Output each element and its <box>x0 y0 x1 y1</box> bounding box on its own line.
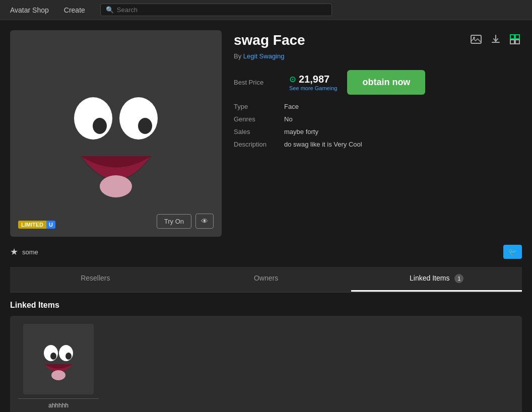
svg-point-3 <box>138 118 152 134</box>
product-details: swag Face <box>234 30 522 237</box>
by-label: By <box>234 52 241 60</box>
product-header-row: swag Face <box>234 32 522 50</box>
svg-point-14 <box>65 353 72 360</box>
eye-icon: 👁 <box>201 217 208 225</box>
linked-section: Linked Items <box>10 293 522 412</box>
genres-value: No <box>284 115 293 123</box>
svg-rect-7 <box>510 35 514 39</box>
search-icon: 🔍 <box>106 6 114 14</box>
star-row: ★ some <box>10 246 38 257</box>
linked-face-illustration <box>33 334 84 384</box>
limited-badge: LIMITED U <box>18 221 55 229</box>
best-price-label: Best Price <box>234 79 279 86</box>
svg-point-15 <box>51 370 65 380</box>
linked-item-separator <box>18 398 99 399</box>
see-more-link[interactable]: See more Gameing <box>289 85 337 91</box>
download-icon <box>491 34 501 44</box>
tryon-button[interactable]: Try On <box>157 214 191 229</box>
linked-items-badge: 1 <box>454 274 463 283</box>
linked-section-title: Linked Items <box>10 301 522 310</box>
product-image-panel: LIMITED U Try On 👁 <box>10 30 222 237</box>
list-item[interactable]: ahhhhh <box>18 324 99 409</box>
sales-label: Sales <box>234 128 284 135</box>
limited-label: LIMITED <box>18 221 46 229</box>
description-row: Description do swag like it is Very Cool <box>234 141 522 148</box>
genres-row: Genres No <box>234 115 522 123</box>
tab-linked-items[interactable]: Linked Items 1 <box>351 267 522 292</box>
type-value: Face <box>284 103 299 110</box>
svg-rect-9 <box>510 40 514 44</box>
tab-resellers-label: Resellers <box>81 274 110 282</box>
svg-rect-8 <box>515 35 519 39</box>
obtain-button[interactable]: obtain now <box>347 70 425 95</box>
robux-icon: ⊙ <box>289 75 296 84</box>
image-icon <box>471 35 482 44</box>
svg-point-0 <box>74 97 112 140</box>
tryon-buttons: Try On 👁 <box>157 214 214 229</box>
grid-icon-button[interactable] <box>508 32 522 49</box>
tab-owners[interactable]: Owners <box>181 267 352 292</box>
svg-point-1 <box>93 118 107 134</box>
svg-point-2 <box>119 97 158 140</box>
svg-point-12 <box>50 353 56 360</box>
description-label: Description <box>234 141 284 148</box>
topnav: Avatar Shop Create 🔍 <box>0 0 532 20</box>
detail-icons <box>469 32 522 49</box>
sales-value: maybe forty <box>284 128 318 135</box>
linked-item-name: ahhhhh <box>48 402 69 409</box>
nav-avatar-shop[interactable]: Avatar Shop <box>10 6 49 14</box>
price-block: ⊙ 21,987 See more Gameing <box>289 74 337 91</box>
nav-create[interactable]: Create <box>64 6 85 14</box>
image-icon-button[interactable] <box>469 33 484 48</box>
product-section: LIMITED U Try On 👁 swag Face <box>10 30 522 237</box>
linked-items-grid: ahhhhh <box>10 316 522 412</box>
star-icon: ★ <box>10 246 18 257</box>
face-illustration <box>40 58 191 209</box>
creator-link[interactable]: Legit Swaging <box>243 52 285 60</box>
limited-u-label: U <box>46 221 55 229</box>
grid-icon <box>510 34 520 44</box>
search-wrapper: 🔍 <box>100 4 332 16</box>
product-by: By Legit Swaging <box>234 52 522 60</box>
svg-point-13 <box>59 345 73 361</box>
svg-rect-10 <box>515 40 519 44</box>
type-row: Type Face <box>234 103 522 110</box>
tab-linked-items-label: Linked Items <box>410 274 449 282</box>
price-value: ⊙ 21,987 <box>289 74 337 85</box>
sales-row: Sales maybe forty <box>234 128 522 135</box>
main-content: LIMITED U Try On 👁 swag Face <box>0 20 532 412</box>
type-label: Type <box>234 103 284 110</box>
preview-button[interactable]: 👁 <box>195 214 214 229</box>
tab-resellers[interactable]: Resellers <box>10 267 181 292</box>
download-icon-button[interactable] <box>489 32 503 49</box>
star-label: some <box>22 248 38 256</box>
svg-point-4 <box>100 175 132 197</box>
genres-label: Genres <box>234 115 284 123</box>
description-value: do swag like it is Very Cool <box>284 141 362 148</box>
tabs-bar: Resellers Owners Linked Items 1 <box>10 267 522 293</box>
twitter-icon: 🐦 <box>508 248 517 256</box>
price-number: 21,987 <box>299 74 329 85</box>
search-input[interactable] <box>117 6 326 14</box>
price-section: Best Price ⊙ 21,987 See more Gameing obt… <box>234 70 522 95</box>
linked-item-image <box>23 324 94 394</box>
tab-owners-label: Owners <box>254 274 278 282</box>
bottom-meta: ★ some 🐦 <box>10 245 522 259</box>
product-title: swag Face <box>234 32 305 48</box>
twitter-share-button[interactable]: 🐦 <box>503 245 522 259</box>
svg-point-11 <box>44 345 58 361</box>
